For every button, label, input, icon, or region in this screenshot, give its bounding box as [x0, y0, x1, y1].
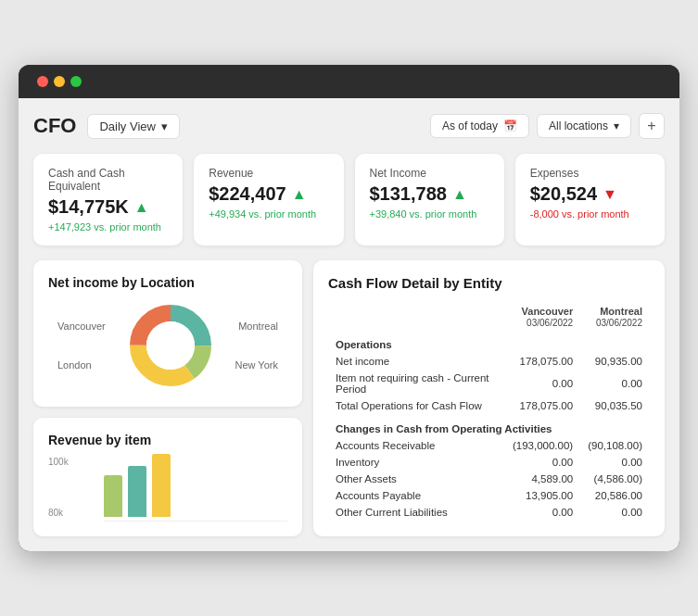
- close-button[interactable]: [37, 76, 48, 87]
- header-left: CFO Daily View ▾: [33, 114, 180, 139]
- up-arrow-icon: ▲: [292, 186, 307, 203]
- item-vancouver: 0.00: [505, 370, 580, 397]
- down-arrow-icon: ▼: [603, 186, 617, 203]
- title-bar: [19, 65, 679, 98]
- col-header-vancouver: Vancouver03/06/2022: [505, 302, 580, 332]
- table-header-row: Vancouver03/06/2022 Montreal03/06/2022: [328, 302, 650, 332]
- svg-point-4: [146, 321, 195, 370]
- revenue-chart-card: Revenue by item 100k 80k: [33, 418, 302, 536]
- table-row: Other Assets 4,589.00 (4,586.00): [328, 471, 650, 487]
- table-row: Accounts Receivable (193,000.00) (90,108…: [328, 437, 650, 454]
- header-right: As of today 📅 All locations ▾ +: [430, 113, 665, 139]
- metric-label-expenses: Expenses: [530, 167, 650, 180]
- cashflow-title: Cash Flow Detail by Entity: [328, 275, 650, 291]
- metric-value-expenses: $20,524: [530, 183, 597, 205]
- revenue-chart-title: Revenue by item: [48, 433, 287, 447]
- metric-value-cash: $14,775K: [48, 196, 129, 218]
- table-row: Accounts Payable 13,905.00 20,586.00: [328, 487, 650, 504]
- inventory-montreal: 0.00: [580, 454, 650, 471]
- other-current-liabilities-link[interactable]: Other Current Liabilities: [328, 504, 505, 521]
- chevron-down-icon: ▾: [161, 119, 168, 133]
- accounts-payable-link[interactable]: Accounts Payable: [328, 487, 505, 504]
- metric-value-row-revenue: $224,407 ▲: [209, 183, 328, 205]
- col-header-label: [328, 302, 505, 332]
- operations-header: Operations: [328, 332, 505, 353]
- metrics-row: Cash and Cash Equivalent $14,775K ▲ +147…: [33, 154, 665, 245]
- header: CFO Daily View ▾ As of today 📅 All locat…: [33, 113, 665, 139]
- total-operations-montreal: 90,035.50: [580, 397, 650, 414]
- accounts-receivable-link[interactable]: Accounts Receivable: [328, 437, 505, 454]
- inventory-link[interactable]: Inventory: [328, 454, 505, 471]
- y-label-100k: 100k: [48, 457, 69, 467]
- net-income-chart-card: Net income by Location Vancouver London: [33, 260, 302, 407]
- bar-chart: [76, 457, 287, 522]
- net-income-montreal: 90,935.00: [580, 353, 650, 370]
- add-button[interactable]: +: [639, 113, 665, 139]
- daily-view-button[interactable]: Daily View ▾: [87, 114, 179, 139]
- ap-vancouver: 13,905.00: [505, 487, 580, 504]
- donut-chart: [124, 299, 217, 392]
- up-arrow-icon: ▲: [452, 186, 467, 203]
- net-income-chart-title: Net income by Location: [48, 275, 287, 290]
- table-row: Changes in Cash from Operating Activitie…: [328, 414, 650, 437]
- total-operations-label: Total Operations for Cash Flow: [328, 397, 505, 414]
- metric-change-net-income: +39,840 vs. prior month: [370, 208, 489, 220]
- donut-container: Vancouver London: [48, 299, 287, 392]
- cashflow-table: Vancouver03/06/2022 Montreal03/06/2022 O…: [328, 302, 650, 521]
- metric-label-revenue: Revenue: [209, 167, 328, 180]
- other-assets-link[interactable]: Other Assets: [328, 471, 505, 487]
- cashflow-panel: Cash Flow Detail by Entity Vancouver03/0…: [313, 260, 665, 536]
- ar-montreal: (90,108.00): [580, 437, 650, 454]
- table-row: Operations: [328, 332, 650, 353]
- app-window: CFO Daily View ▾ As of today 📅 All locat…: [19, 65, 679, 551]
- label-montreal: Montreal: [235, 321, 278, 332]
- maximize-button[interactable]: [70, 76, 82, 87]
- item-not-requiring-link[interactable]: Item not requiring cash - Current Period: [328, 370, 505, 397]
- other-assets-vancouver: 4,589.00: [505, 471, 580, 487]
- item-montreal: 0.00: [580, 370, 650, 397]
- left-panel: Net income by Location Vancouver London: [33, 260, 302, 536]
- other-assets-montreal: (4,586.00): [580, 471, 650, 487]
- as-of-today-label: As of today: [442, 119, 498, 132]
- calendar-icon: 📅: [503, 119, 517, 132]
- bottom-row: Net income by Location Vancouver London: [33, 260, 665, 536]
- bar-1: [104, 475, 122, 517]
- metric-value-row-net-income: $131,788 ▲: [370, 183, 489, 205]
- donut-labels-right: Montreal New York: [235, 321, 278, 371]
- label-vancouver: Vancouver: [57, 321, 106, 332]
- inventory-vancouver: 0.00: [505, 454, 580, 471]
- metric-card-revenue: Revenue $224,407 ▲ +49,934 vs. prior mon…: [194, 154, 343, 245]
- table-row: Inventory 0.00 0.00: [328, 454, 650, 471]
- ap-montreal: 20,586.00: [580, 487, 650, 504]
- all-locations-label: All locations: [549, 119, 608, 132]
- col-montreal-label: Montreal03/06/2022: [596, 306, 642, 328]
- label-london: London: [57, 359, 106, 371]
- changes-header: Changes in Cash from Operating Activitie…: [328, 414, 650, 437]
- total-operations-vancouver: 178,075.00: [505, 397, 580, 414]
- as-of-today-button[interactable]: As of today 📅: [430, 114, 529, 138]
- all-locations-button[interactable]: All locations ▾: [537, 114, 631, 138]
- net-income-link[interactable]: Net income: [328, 353, 505, 370]
- table-row: Net income 178,075.00 90,935.00: [328, 353, 650, 370]
- up-arrow-icon: ▲: [134, 199, 149, 216]
- table-row: Item not requiring cash - Current Period…: [328, 370, 650, 397]
- traffic-lights: [37, 76, 82, 87]
- metric-value-row-expenses: $20,524 ▼: [530, 183, 650, 205]
- daily-view-label: Daily View: [99, 119, 155, 133]
- metric-value-net-income: $131,788: [370, 183, 447, 205]
- label-newyork: New York: [235, 359, 278, 371]
- metric-label-net-income: Net Income: [370, 167, 489, 180]
- bar-2: [128, 466, 146, 517]
- bar-3: [152, 454, 171, 517]
- metric-card-cash: Cash and Cash Equivalent $14,775K ▲ +147…: [33, 154, 183, 245]
- minimize-button[interactable]: [54, 76, 65, 87]
- y-axis-labels: 100k 80k: [48, 457, 69, 522]
- col-header-montreal: Montreal03/06/2022: [580, 302, 650, 332]
- metric-label-cash: Cash and Cash Equivalent: [48, 167, 168, 193]
- net-income-vancouver: 178,075.00: [505, 353, 580, 370]
- bar-chart-visual: [104, 457, 287, 522]
- table-row: Other Current Liabilities 0.00 0.00: [328, 504, 650, 521]
- y-label-80k: 80k: [48, 508, 69, 518]
- table-row: Total Operations for Cash Flow 178,075.0…: [328, 397, 650, 414]
- chevron-down-icon: ▾: [614, 119, 619, 132]
